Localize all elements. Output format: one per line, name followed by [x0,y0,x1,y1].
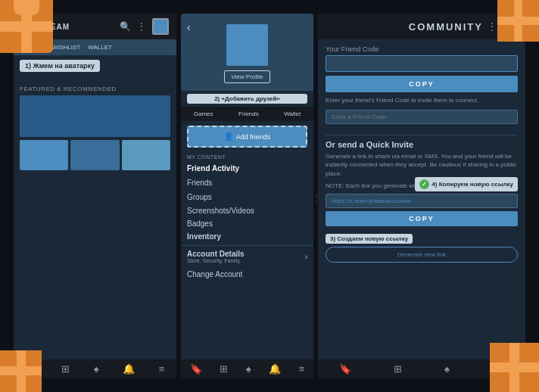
quick-invite-desc: Generate a link to share via email or SM… [326,152,518,178]
game-thumb-3 [122,140,170,170]
gift-bottom-right [490,343,539,392]
my-content-label: MY CONTENT [181,152,313,160]
quick-invite-title: Or send a Quick Invite [326,140,518,149]
game-thumb-1 [20,140,68,170]
right-content: Your Friend Code COPY Enter your friend'… [318,39,525,360]
tooltip-step2: 2) «Добавить друзей» [187,94,307,104]
view-profile-btn[interactable]: View Profile [224,70,270,83]
left-content: FEATURED & RECOMMENDED [14,76,176,175]
add-friends-btn[interactable]: 👤 Add friends [187,126,307,148]
add-person-icon: 👤 [224,132,233,141]
game-thumb-large [20,95,170,137]
menu-item-inventory[interactable]: Inventory [187,230,307,243]
profile-avatar[interactable] [226,24,268,66]
friend-code-label: Your Friend Code [326,45,518,53]
back-arrow[interactable]: ‹ [187,21,191,33]
tab-games[interactable]: Games [194,110,213,117]
tab-menu-icon[interactable]: ≡ [159,363,165,375]
menu-dots-icon[interactable]: ⋮ [137,21,146,32]
account-section: Account Details Store, Security, Family … [181,245,313,267]
tab-friends[interactable]: Friends [238,110,259,117]
tab-bell-icon-m[interactable]: 🔔 [269,363,281,375]
tab-tag-icon-r[interactable]: 🔖 [339,363,351,375]
account-arrow-icon: › [305,253,307,261]
search-icon[interactable]: 🔍 [120,21,131,32]
menu-item-screenshots[interactable]: Screenshots/Videos [187,204,307,217]
menu-items-list: Friend Activity Friends Groups Screensho… [181,160,313,244]
copy-btn-top[interactable]: COPY [326,76,518,92]
tab-wallet[interactable]: Wallet [284,110,301,117]
tab-grid-icon-r[interactable]: ⊞ [394,363,402,375]
friend-code-entry[interactable] [326,110,518,124]
account-details-label[interactable]: Account Details [187,250,245,258]
change-account-item[interactable]: Change Account [181,267,313,282]
middle-panel: ‹ View Profile 2) «Добавить друзей» Game… [181,14,313,378]
gift-top-left [0,0,53,53]
profile-area: View Profile [181,14,313,91]
middle-tabs: Games Friends Wallet [181,107,313,121]
friend-code-input[interactable] [326,55,518,72]
add-friends-label: Add friends [236,133,271,141]
community-menu-icon[interactable]: ⋮ [488,21,497,32]
tab-menu-icon-m[interactable]: ≡ [299,363,305,375]
nav-wallet[interactable]: WALLET [86,42,114,52]
tab-grid-icon-m[interactable]: ⊞ [220,363,228,375]
right-panel: COMMUNITY ⋮ Your Friend Code COPY Enter … [318,14,525,378]
featured-label: FEATURED & RECOMMENDED [20,86,170,92]
tab-controller-icon-r[interactable]: ♠ [444,363,450,375]
tab-grid-icon[interactable]: ⊞ [61,363,70,375]
tooltip-step3: 3) Создаем новую ссылку [326,234,413,244]
invite-desc: Enter your friend's Friend Code to invit… [326,96,518,104]
menu-item-groups[interactable]: Groups [187,190,307,204]
divider [326,135,518,135]
tab-bell-icon[interactable]: 🔔 [123,363,135,375]
menu-item-friends[interactable]: Friends [187,176,307,190]
generate-link-btn[interactable]: Generate new link [326,247,518,263]
gift-bottom-left [0,350,42,392]
menu-item-friend-activity[interactable]: Friend Activity [187,161,307,176]
link-url-display: https://s.team/p/ваша/ссылка [326,194,518,208]
account-sub-label: Store, Security, Family [187,258,245,263]
middle-bottom-nav: 🔖 ⊞ ♠ 🔔 ≡ [181,359,313,378]
tooltip-step1: 1) Жмем на аватарку [20,60,100,72]
gift-top-right [497,0,539,42]
friend-code-section: Your Friend Code COPY Enter your friend'… [326,45,518,130]
copy-btn-link[interactable]: COPY [326,211,518,226]
left-panel: STEAM 🔍 ⋮ MENU▼ WISHLIST WALLET 1) Жмем … [14,14,176,378]
menu-item-badges[interactable]: Badges [187,217,307,230]
community-header: COMMUNITY ⋮ [318,14,525,39]
nav-wishlist[interactable]: WISHLIST [49,42,83,52]
tab-tag-icon-m[interactable]: 🔖 [190,363,202,375]
avatar-small[interactable] [152,18,169,35]
tab-controller-icon-m[interactable]: ♠ [246,363,251,375]
quick-invite-section: Or send a Quick Invite Generate a link t… [326,140,518,263]
community-title: COMMUNITY [409,21,483,33]
tab-controller-icon[interactable]: ♠ [94,363,99,375]
game-thumb-2 [70,140,119,170]
